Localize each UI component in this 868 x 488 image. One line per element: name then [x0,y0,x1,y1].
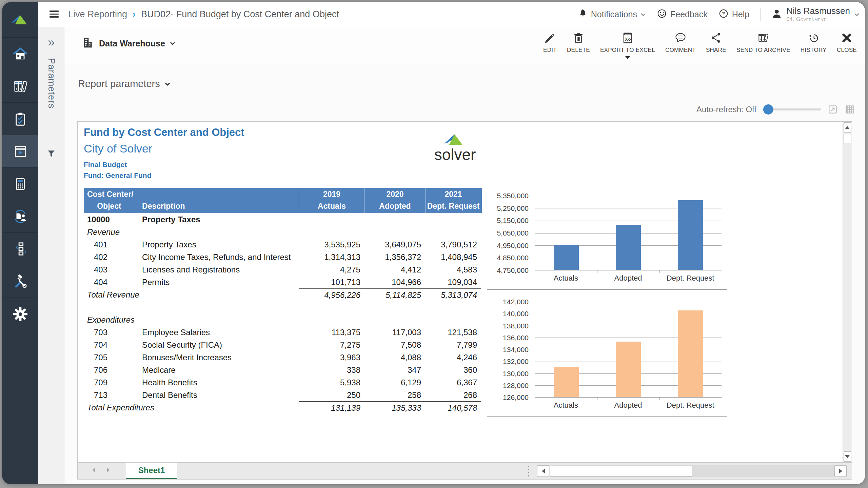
breadcrumb-separator-icon: › [133,9,136,20]
table-cell [425,226,481,238]
sidebar-item-archives[interactable] [2,70,38,102]
table-cell: 101,713 [299,276,364,288]
delete-button[interactable]: DELETE [567,32,590,54]
scroll-right-button[interactable] [834,465,847,477]
scroll-up-button[interactable] [844,122,851,133]
table-cell: 5,313,074 [425,288,481,301]
edit-button[interactable]: EDIT [543,32,557,54]
sidebar-item-tasks[interactable] [2,102,38,135]
send-to-archive-button[interactable]: SEND TO ARCHIVE [736,32,790,54]
main-area: Data Warehouse EDITDELETEXEXPORT TO EXCE… [64,27,865,484]
sidebar-item-assignments[interactable] [2,200,38,232]
dropdown-caret-icon [625,56,630,59]
user-avatar-icon [771,8,782,21]
grid-view-icon[interactable] [845,104,855,115]
slider-knob[interactable] [763,104,773,115]
comment-label: COMMENT [665,47,696,54]
filter-icon[interactable] [47,149,56,160]
table-cell: 360 [425,364,481,376]
bar-adopted [616,342,641,397]
page-title: BUD02- Fund Budget by Cost Center and Ob… [141,9,339,20]
sidebar-item-tools[interactable] [2,265,38,298]
triangle-right-icon [107,468,110,472]
bar-dept-request [678,200,703,270]
vertical-scroll-thumb[interactable] [844,134,851,143]
table-cell: 1,408,945 [425,251,481,263]
scroll-down-button[interactable] [844,451,851,462]
warehouse-building-icon [81,36,94,50]
sheet-tab[interactable]: Sheet1 [126,463,177,479]
horizontal-scrollbar[interactable] [537,465,847,477]
sidebar-item-budgeting[interactable] [2,167,38,200]
y-tick-label: 136,000 [503,334,529,342]
delete-icon [572,32,585,44]
auto-refresh-slider[interactable] [763,104,821,115]
chart-plot [535,302,722,398]
send-to-archive-icon [757,32,770,44]
previous-sheet-button[interactable] [92,468,95,472]
horizontal-scroll-thumb[interactable] [550,466,692,476]
resize-view-icon[interactable] [828,104,838,115]
table-cell [299,226,364,238]
chart-x-labels: ActualsAdoptedDept. Request [535,401,722,412]
history-button[interactable]: HISTORY [801,32,827,54]
triangle-right-icon [839,469,842,473]
table-row [84,301,482,313]
sidebar-item-reports[interactable] [2,135,38,167]
y-tick-label: 5,050,000 [497,229,529,237]
export-to-excel-button[interactable]: XEXPORT TO EXCEL [600,32,655,59]
y-tick-label: 4,950,000 [497,242,529,250]
sidebar-item-settings[interactable] [2,298,38,330]
sidebar-item-process[interactable] [2,232,38,265]
scroll-left-button[interactable] [537,465,549,477]
report-content: Fund by Cost Center and Object City of S… [78,122,843,462]
user-menu[interactable]: Nils Rasmussen 04. Government [771,6,860,22]
next-sheet-button[interactable] [107,468,110,472]
bar-dept-request [678,310,703,397]
share-button[interactable]: SHARE [706,32,726,54]
table-row: 709Health Benefits5,9386,1296,367 [84,376,482,389]
chart-category-slot [659,196,722,270]
notifications-button[interactable]: Notifications [578,8,646,21]
table-cell: 5,938 [299,376,364,389]
feedback-button[interactable]: Feedback [657,8,708,21]
report-parameters-toggle[interactable]: Report parameters [78,78,170,89]
table-cell: 268 [425,389,481,401]
help-button[interactable]: ? Help [718,8,749,21]
x-axis-label: Actuals [535,274,597,285]
table-cell: 401 [84,238,135,251]
table-cell [364,313,425,326]
feedback-label: Feedback [670,9,708,19]
splitter-grip[interactable] [528,466,529,476]
process-icon [13,241,28,257]
comment-button[interactable]: COMMENT [665,32,696,54]
vertical-scrollbar[interactable] [843,122,852,462]
expand-panel-icon[interactable]: » [48,36,55,48]
table-cell [299,213,364,226]
triangle-left-icon [92,468,95,472]
solver-logo-text: solver [426,147,484,162]
menu-icon[interactable] [50,11,59,19]
column-header-2020-adopted: 2020 Adopted [364,188,425,213]
close-button[interactable]: CLOSE [837,32,857,54]
y-tick-label: 5,350,000 [497,192,529,200]
delete-label: DELETE [567,47,590,54]
table-row: Expenditures [84,313,482,326]
column-header-2021-dept-request: 2021 Dept. Request [425,188,481,213]
table-cell: 7,275 [299,339,364,351]
breadcrumb-section[interactable]: Live Reporting [68,9,127,20]
table-cell: 404 [84,276,135,288]
edit-icon [544,32,556,44]
sidebar-item-home[interactable] [2,37,38,70]
chevron-down-icon [165,82,170,86]
x-axis-label: Actuals [535,401,597,412]
chevron-down-icon [854,13,860,17]
table-row: Total Expenditures131,139135,333140,578 [84,401,482,414]
share-icon [710,32,723,44]
triangle-left-icon [542,469,545,473]
budgeting-icon [13,176,28,192]
solver-logo-mark[interactable] [2,2,38,37]
tools-icon [13,274,28,289]
data-source-dropdown[interactable]: Data Warehouse [81,36,175,50]
table-cell: Social Security (FICA) [135,339,299,351]
